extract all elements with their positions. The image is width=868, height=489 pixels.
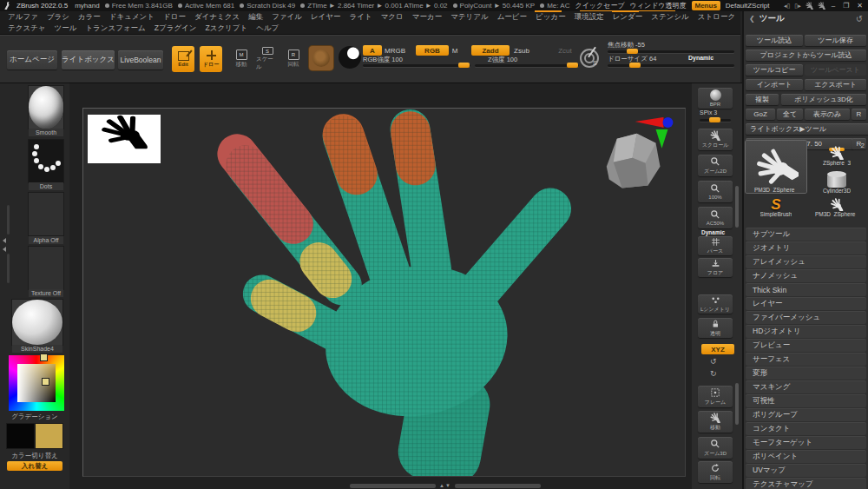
menu-item[interactable]: マーカー (408, 11, 446, 23)
subpalette-item[interactable]: 変形 (746, 367, 866, 380)
menu-item[interactable]: ドロー (159, 11, 190, 23)
menu-item[interactable]: ドキュメント (105, 11, 159, 23)
current-alpha-thumbnail[interactable] (29, 193, 63, 235)
primary-color-swatch[interactable] (36, 424, 62, 448)
zoom3d-button[interactable]: ズーム3D (698, 437, 733, 459)
subpalette-item[interactable]: ポリグループ (746, 408, 866, 421)
move-button[interactable]: M 移動 (230, 47, 253, 71)
rotate-view-button[interactable]: 回転 (698, 461, 733, 483)
subpalette-item[interactable]: モーフターゲット (746, 436, 866, 449)
recent-tool-simplebrush[interactable]: S SimpleBrush (746, 195, 806, 217)
load-tool-button[interactable]: ツール読込 (746, 35, 803, 46)
subpalette-item[interactable]: アレイメッシュ (746, 255, 866, 268)
floor-button[interactable]: フロア (698, 258, 733, 277)
bpr-render-button[interactable]: BPR (698, 88, 733, 109)
palette-collapse-icon[interactable]: ❮ (749, 15, 755, 23)
menu-item[interactable]: 編集 (244, 11, 267, 23)
close-button[interactable]: ✕ (855, 2, 865, 10)
subpalette-item[interactable]: ナノメッシュ (746, 269, 866, 282)
menu-item[interactable]: ツール (50, 23, 82, 35)
rgb-intensity-slider[interactable] (363, 64, 470, 67)
menu-item[interactable]: ブラシ (43, 11, 74, 23)
draw-size-slider[interactable] (608, 64, 734, 67)
subpalette-item[interactable]: サブツール (746, 228, 866, 241)
draw-button[interactable]: ドロー (200, 46, 222, 72)
tray-expand-arrows[interactable]: ▲▼ (439, 483, 451, 488)
homepage-button[interactable]: ホームページ (7, 50, 57, 69)
scale-button[interactable]: S スケール (256, 47, 279, 71)
zoom2d-button[interactable]: ズーム2D (698, 155, 733, 176)
current-material-thumbnail[interactable] (12, 300, 62, 345)
spix-slider[interactable] (700, 119, 731, 122)
menu-item[interactable]: マテリアル (446, 11, 493, 23)
lightbox-to-tool-button[interactable]: ライトボックス▶ツール (746, 123, 868, 135)
clone-button[interactable]: 複製 (746, 94, 779, 105)
recent-tool-cylinder3d[interactable]: Cylinder3D (808, 168, 865, 194)
hand-right-icon[interactable] (818, 2, 825, 10)
subpalette-item[interactable]: レイヤー (746, 297, 866, 310)
default-zscript-button[interactable]: DefaultZScript (726, 2, 770, 10)
recent-tool-zsphere[interactable]: PM3D_ZSphere_ (808, 195, 865, 217)
export-button[interactable]: エクスポート (805, 79, 866, 90)
rotate-button[interactable]: R 回転 (282, 47, 305, 71)
tray-collapse-arrows[interactable] (3, 238, 6, 252)
window-opacity-button[interactable]: ウィンドウ透明度 (630, 1, 687, 10)
hue-selector[interactable] (40, 354, 48, 361)
subpalette-item[interactable]: コンタクト (746, 422, 866, 435)
quick-save-button[interactable]: クイックセーブ (575, 1, 624, 10)
spix-slider-handle[interactable] (709, 117, 720, 122)
subpalette-item[interactable]: UVマップ (746, 464, 866, 477)
current-texture-thumbnail[interactable] (29, 247, 63, 289)
current-stroke-thumbnail[interactable] (29, 140, 63, 182)
paint-mrgb-toggle[interactable]: MRGB (379, 45, 411, 56)
scroll-button[interactable]: スクロール (698, 129, 733, 150)
swap-colors-button[interactable]: 入れ替え (7, 461, 62, 471)
menu-item[interactable]: アルファ (3, 11, 43, 23)
menu-item[interactable]: ムービー (493, 11, 531, 23)
local-symmetry-button[interactable]: Lシンメトリ (698, 294, 733, 314)
edit-button[interactable]: Edit (172, 46, 194, 72)
menu-item[interactable]: Zプラグイン (150, 23, 201, 35)
actual-size-button[interactable]: 100% (698, 181, 733, 202)
paste-tool-button[interactable]: ツールペースト (805, 64, 866, 76)
menu-item[interactable]: ピッカー (531, 11, 570, 23)
focal-shift-slider[interactable] (608, 50, 734, 53)
move-view-button[interactable]: 移動 (698, 411, 733, 433)
subpalette-item[interactable]: 可視性 (746, 394, 866, 407)
right-shelf-scrollbar[interactable] (735, 383, 739, 425)
secondary-color-swatch[interactable] (7, 424, 34, 448)
current-tool-thumbnail[interactable]: PM3D_ZSphere_ (746, 141, 806, 193)
color-picker[interactable] (9, 355, 64, 411)
rotate-xyz-button[interactable]: XYZ (701, 344, 734, 354)
right-shelf-scrollbar[interactable] (735, 186, 739, 228)
gradient-button[interactable]: グラデーション (7, 412, 62, 421)
color-switch-button[interactable]: カラー切り替え (7, 451, 62, 460)
color-picker-square[interactable] (17, 364, 56, 402)
sculpt-scene[interactable] (83, 109, 685, 476)
tray-scrollbar[interactable] (7, 205, 10, 235)
zsub-toggle[interactable]: Zsub (507, 45, 536, 56)
tray-scrollbar[interactable] (7, 254, 10, 283)
frame-button[interactable]: フレーム (698, 386, 733, 407)
transparency-button[interactable]: 透明 (698, 318, 733, 338)
menu-item[interactable]: ストローク (694, 11, 740, 23)
rotate-y-icon[interactable]: ↺ (710, 357, 717, 366)
copy-tool-button[interactable]: ツールコピー (746, 64, 803, 76)
minimize-button[interactable]: – (830, 2, 837, 10)
current-brush-thumbnail[interactable] (29, 86, 63, 129)
document-canvas[interactable] (82, 108, 686, 477)
menu-item[interactable]: ファイル (267, 11, 306, 23)
zcut-toggle[interactable]: Zcut (551, 45, 579, 56)
draw-size-slider-handle[interactable] (629, 63, 641, 68)
subpalette-item[interactable]: ポリペイント (746, 450, 866, 463)
menu-item[interactable]: マクロ (377, 11, 408, 23)
load-from-project-button[interactable]: プロジェクトからツール読込 (746, 50, 866, 61)
save-as-button[interactable]: ツール保存 (805, 35, 866, 46)
brush-preview[interactable] (309, 46, 333, 70)
goz-all-button[interactable]: 全て (777, 109, 803, 120)
menu-item[interactable]: 環境設定 (570, 11, 608, 23)
subpalette-item[interactable]: サーフェス (746, 353, 866, 366)
subpalette-item[interactable]: テクスチャマップ (746, 478, 866, 489)
right-tray-toggle-icon[interactable]: ▯▸ (794, 3, 800, 10)
left-tray-toggle-icon[interactable]: ◂▯ (784, 3, 790, 10)
